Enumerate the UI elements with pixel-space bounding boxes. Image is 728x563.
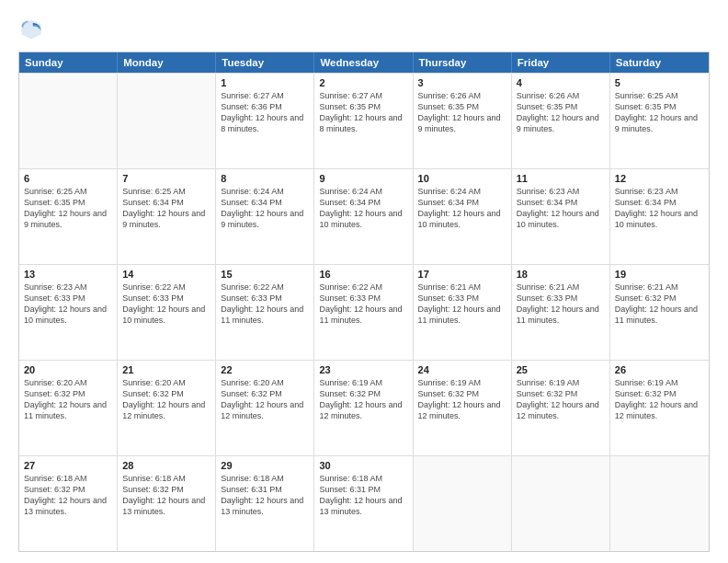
day-detail: Sunrise: 6:19 AM Sunset: 6:32 PM Dayligh… [615, 377, 704, 422]
day-number: 12 [615, 173, 704, 184]
day-detail: Sunrise: 6:26 AM Sunset: 6:35 PM Dayligh… [418, 90, 506, 135]
day-number: 2 [319, 77, 407, 88]
day-detail: Sunrise: 6:27 AM Sunset: 6:36 PM Dayligh… [221, 90, 309, 135]
day-cell-20: 20Sunrise: 6:20 AM Sunset: 6:32 PM Dayli… [19, 361, 118, 455]
day-cell-16: 16Sunrise: 6:22 AM Sunset: 6:33 PM Dayli… [314, 265, 413, 360]
day-detail: Sunrise: 6:23 AM Sunset: 6:33 PM Dayligh… [24, 282, 112, 327]
day-number: 30 [319, 460, 407, 471]
day-number: 13 [24, 269, 112, 280]
day-detail: Sunrise: 6:18 AM Sunset: 6:32 PM Dayligh… [24, 473, 112, 518]
day-cell-12: 12Sunrise: 6:23 AM Sunset: 6:34 PM Dayli… [610, 169, 709, 264]
day-number: 20 [24, 364, 112, 375]
day-cell-7: 7Sunrise: 6:25 AM Sunset: 6:34 PM Daylig… [118, 169, 216, 264]
day-detail: Sunrise: 6:25 AM Sunset: 6:35 PM Dayligh… [24, 186, 112, 231]
day-number: 25 [517, 364, 605, 375]
empty-cell-r4c6 [610, 456, 709, 551]
day-number: 22 [221, 364, 309, 375]
header-day-saturday: Saturday [610, 52, 709, 73]
day-number: 3 [418, 77, 506, 88]
day-number: 28 [122, 460, 210, 471]
day-number: 6 [24, 173, 112, 184]
empty-cell-r4c5 [512, 456, 610, 551]
page: SundayMondayTuesdayWednesdayThursdayFrid… [0, 0, 728, 563]
day-number: 26 [615, 364, 704, 375]
header-day-thursday: Thursday [414, 52, 512, 73]
day-number: 17 [418, 269, 506, 280]
day-detail: Sunrise: 6:20 AM Sunset: 6:32 PM Dayligh… [221, 377, 309, 422]
day-cell-29: 29Sunrise: 6:18 AM Sunset: 6:31 PM Dayli… [216, 456, 314, 551]
day-cell-15: 15Sunrise: 6:22 AM Sunset: 6:33 PM Dayli… [216, 265, 314, 360]
calendar-row-3: 20Sunrise: 6:20 AM Sunset: 6:32 PM Dayli… [19, 360, 709, 455]
day-detail: Sunrise: 6:23 AM Sunset: 6:34 PM Dayligh… [615, 186, 704, 231]
day-cell-23: 23Sunrise: 6:19 AM Sunset: 6:32 PM Dayli… [314, 361, 413, 455]
day-cell-26: 26Sunrise: 6:19 AM Sunset: 6:32 PM Dayli… [610, 361, 709, 455]
day-number: 19 [615, 269, 704, 280]
day-number: 18 [517, 269, 605, 280]
day-detail: Sunrise: 6:19 AM Sunset: 6:32 PM Dayligh… [418, 377, 506, 422]
day-detail: Sunrise: 6:24 AM Sunset: 6:34 PM Dayligh… [221, 186, 309, 231]
day-number: 27 [24, 460, 112, 471]
day-detail: Sunrise: 6:20 AM Sunset: 6:32 PM Dayligh… [24, 377, 112, 422]
day-detail: Sunrise: 6:21 AM Sunset: 6:33 PM Dayligh… [517, 282, 605, 327]
day-detail: Sunrise: 6:18 AM Sunset: 6:31 PM Dayligh… [319, 473, 407, 518]
empty-cell-r0c1 [118, 74, 216, 168]
day-detail: Sunrise: 6:22 AM Sunset: 6:33 PM Dayligh… [319, 282, 407, 327]
day-cell-13: 13Sunrise: 6:23 AM Sunset: 6:33 PM Dayli… [19, 265, 118, 360]
day-cell-1: 1Sunrise: 6:27 AM Sunset: 6:36 PM Daylig… [216, 74, 314, 168]
logo [18, 17, 48, 42]
day-cell-2: 2Sunrise: 6:27 AM Sunset: 6:35 PM Daylig… [314, 74, 413, 168]
day-detail: Sunrise: 6:25 AM Sunset: 6:34 PM Dayligh… [122, 186, 210, 231]
day-cell-4: 4Sunrise: 6:26 AM Sunset: 6:35 PM Daylig… [512, 74, 610, 168]
day-number: 29 [221, 460, 309, 471]
day-number: 11 [517, 173, 605, 184]
calendar-row-0: 1Sunrise: 6:27 AM Sunset: 6:36 PM Daylig… [19, 73, 709, 168]
header-day-monday: Monday [118, 52, 216, 73]
day-number: 5 [615, 77, 704, 88]
day-number: 8 [221, 173, 309, 184]
day-number: 16 [319, 269, 407, 280]
day-number: 14 [122, 269, 210, 280]
day-detail: Sunrise: 6:22 AM Sunset: 6:33 PM Dayligh… [122, 282, 210, 327]
day-detail: Sunrise: 6:24 AM Sunset: 6:34 PM Dayligh… [418, 186, 506, 231]
day-number: 4 [517, 77, 605, 88]
day-number: 10 [418, 173, 506, 184]
day-cell-8: 8Sunrise: 6:24 AM Sunset: 6:34 PM Daylig… [216, 169, 314, 264]
day-number: 24 [418, 364, 506, 375]
day-number: 7 [122, 173, 210, 184]
day-cell-24: 24Sunrise: 6:19 AM Sunset: 6:32 PM Dayli… [414, 361, 512, 455]
day-cell-17: 17Sunrise: 6:21 AM Sunset: 6:33 PM Dayli… [414, 265, 512, 360]
day-cell-30: 30Sunrise: 6:18 AM Sunset: 6:31 PM Dayli… [314, 456, 413, 551]
day-detail: Sunrise: 6:23 AM Sunset: 6:34 PM Dayligh… [517, 186, 605, 231]
calendar-row-4: 27Sunrise: 6:18 AM Sunset: 6:32 PM Dayli… [19, 455, 709, 551]
day-detail: Sunrise: 6:19 AM Sunset: 6:32 PM Dayligh… [517, 377, 605, 422]
day-number: 21 [122, 364, 210, 375]
day-cell-21: 21Sunrise: 6:20 AM Sunset: 6:32 PM Dayli… [118, 361, 216, 455]
logo-icon [18, 17, 44, 42]
day-cell-3: 3Sunrise: 6:26 AM Sunset: 6:35 PM Daylig… [414, 74, 512, 168]
day-detail: Sunrise: 6:21 AM Sunset: 6:32 PM Dayligh… [615, 282, 704, 327]
day-detail: Sunrise: 6:21 AM Sunset: 6:33 PM Dayligh… [418, 282, 506, 327]
day-detail: Sunrise: 6:18 AM Sunset: 6:31 PM Dayligh… [221, 473, 309, 518]
day-cell-28: 28Sunrise: 6:18 AM Sunset: 6:32 PM Dayli… [118, 456, 216, 551]
day-cell-18: 18Sunrise: 6:21 AM Sunset: 6:33 PM Dayli… [512, 265, 610, 360]
day-cell-22: 22Sunrise: 6:20 AM Sunset: 6:32 PM Dayli… [216, 361, 314, 455]
empty-cell-r4c4 [414, 456, 512, 551]
day-number: 15 [221, 269, 309, 280]
calendar-header: SundayMondayTuesdayWednesdayThursdayFrid… [19, 52, 709, 73]
day-cell-25: 25Sunrise: 6:19 AM Sunset: 6:32 PM Dayli… [512, 361, 610, 455]
day-detail: Sunrise: 6:24 AM Sunset: 6:34 PM Dayligh… [319, 186, 407, 231]
empty-cell-r0c0 [19, 74, 118, 168]
day-detail: Sunrise: 6:27 AM Sunset: 6:35 PM Dayligh… [319, 90, 407, 135]
header-day-sunday: Sunday [19, 52, 118, 73]
day-cell-27: 27Sunrise: 6:18 AM Sunset: 6:32 PM Dayli… [19, 456, 118, 551]
day-number: 1 [221, 77, 309, 88]
calendar-row-1: 6Sunrise: 6:25 AM Sunset: 6:35 PM Daylig… [19, 168, 709, 264]
calendar-row-2: 13Sunrise: 6:23 AM Sunset: 6:33 PM Dayli… [19, 264, 709, 360]
day-detail: Sunrise: 6:19 AM Sunset: 6:32 PM Dayligh… [319, 377, 407, 422]
day-cell-14: 14Sunrise: 6:22 AM Sunset: 6:33 PM Dayli… [118, 265, 216, 360]
calendar-body: 1Sunrise: 6:27 AM Sunset: 6:36 PM Daylig… [19, 73, 709, 551]
header [18, 17, 710, 42]
day-cell-11: 11Sunrise: 6:23 AM Sunset: 6:34 PM Dayli… [512, 169, 610, 264]
header-day-friday: Friday [512, 52, 610, 73]
day-cell-10: 10Sunrise: 6:24 AM Sunset: 6:34 PM Dayli… [414, 169, 512, 264]
